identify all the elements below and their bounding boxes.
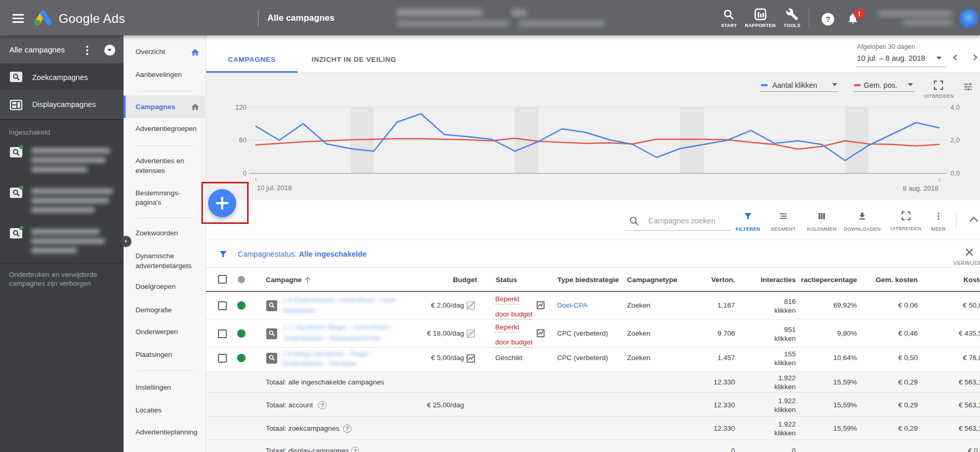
svg-text:120: 120: [235, 103, 247, 111]
svg-text:0: 0: [243, 169, 247, 177]
svg-text:8 aug. 2018: 8 aug. 2018: [903, 184, 938, 192]
svg-text:2,0: 2,0: [950, 136, 960, 144]
svg-text:0,0: 0,0: [950, 169, 960, 177]
svg-text:4,0: 4,0: [950, 103, 960, 111]
svg-text:10 jul. 2018: 10 jul. 2018: [257, 184, 292, 192]
svg-text:60: 60: [239, 136, 247, 144]
